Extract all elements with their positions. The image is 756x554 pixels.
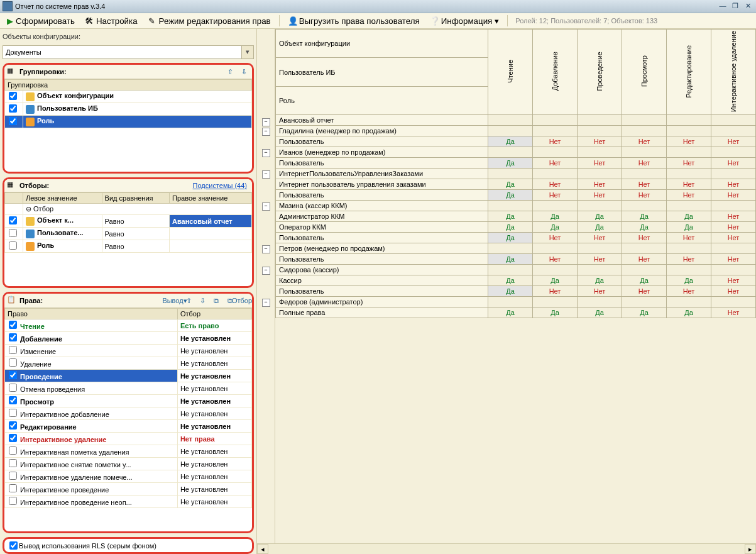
right-row[interactable]: Интерактивное проведениеНе установлен [5,483,252,496]
right-row[interactable]: Интерактивное удаление помече...Не устан… [5,470,252,483]
rls-checkbox[interactable] [9,541,18,550]
rights-up-button[interactable] [183,295,194,306]
right-checkbox[interactable] [9,333,17,341]
filter-checkbox[interactable] [9,241,17,250]
right-row[interactable]: ДобавлениеНе установлен [5,332,252,345]
report-row[interactable]: ИнтернетПользовательУправленияЗаказами [276,169,756,179]
report-row[interactable]: ПользовательДаНетНетНетНетНет [276,158,756,169]
filter-row[interactable]: Объект к...РавноАвансовый отчет [5,215,252,228]
filter-right[interactable] [170,228,252,240]
right-row[interactable]: ЧтениеЕсть право [5,319,252,332]
report-row[interactable]: Сидорова (кассир) [276,265,756,275]
right-row[interactable]: Интерактивное добавлениеНе установлен [5,407,252,420]
right-row[interactable]: ИзменениеНе установлен [5,345,252,357]
right-row[interactable]: ПроведениеНе установлен [5,370,252,382]
report-row[interactable]: Полные праваДаДаДаДаДаНет [276,307,756,318]
copy-button[interactable] [211,295,222,306]
report-row[interactable]: Авансовый отчет [276,115,756,126]
grouping-row[interactable]: Роль [5,116,252,128]
rights-down-button[interactable] [197,295,208,306]
report-row[interactable]: ПользовательДаНетНетНетНетНет [276,233,756,243]
info-dropdown[interactable]: ❔Информация ▾ [425,14,504,27]
outline-toggle[interactable]: − [262,118,270,126]
move-down-button[interactable] [238,66,249,77]
right-checkbox[interactable] [9,409,17,417]
right-checkbox[interactable] [9,459,17,467]
right-checkbox[interactable] [9,484,17,492]
objects-combo-input[interactable] [3,46,241,58]
edit-mode-button[interactable]: ✎Режим редактирования прав [143,14,275,27]
right-checkbox[interactable] [9,321,17,329]
report-row[interactable]: Администратор ККМДаДаДаДаДаНет [276,211,756,222]
report-row[interactable]: КассирДаДаДаДаДаНет [276,275,756,286]
right-row[interactable]: УдалениеНе установлен [5,357,252,370]
filter-checkbox[interactable] [9,216,17,224]
outline-toggle[interactable]: − [262,149,270,157]
subsystems-link[interactable]: Подсистемы (44) [193,182,249,189]
report-row[interactable]: Петров (менеджер по продажам) [276,243,756,254]
report-row[interactable]: ПользовательДаНетНетНетНетНет [276,190,756,201]
settings-button[interactable]: 🛠Настройка [80,14,142,27]
row-label: Федоров (администратор) [276,297,488,307]
right-checkbox[interactable] [9,472,17,480]
scroll-right-button[interactable]: ▸ [745,544,756,554]
right-row[interactable]: Интерактивное снятие пометки у...Не уста… [5,458,252,470]
right-checkbox[interactable] [9,446,17,455]
report-row[interactable]: ПользовательДаНетНетНетНетНет [276,286,756,297]
grouping-checkbox[interactable] [9,104,17,113]
outline-toggle[interactable]: − [262,170,270,179]
report-row[interactable]: Оператор ККМДаДаДаДаДаНет [276,222,756,233]
right-row[interactable]: Отмена проведенияНе установлен [5,382,252,395]
scroll-left-button[interactable]: ◂ [257,544,268,554]
report-row[interactable]: Федоров (администратор) [276,297,756,307]
filter-checkbox[interactable] [9,229,17,237]
report-row[interactable]: Мазина (кассир ККМ) [276,201,756,211]
report-row[interactable]: Иванов (менеджер по продажам) [276,147,756,158]
outline-toggle[interactable]: − [262,267,270,275]
right-checkbox[interactable] [9,421,17,429]
grouping-row[interactable]: Объект конфигурации [5,91,252,103]
right-checkbox[interactable] [9,384,17,392]
right-checkbox[interactable] [9,396,17,404]
right-checkbox[interactable] [9,358,17,367]
filter-right[interactable]: Авансовый отчет [170,215,252,228]
right-row[interactable]: Интерактивная пометка удаленияНе установ… [5,445,252,458]
filter-root[interactable]: ⊖ Отбор [23,204,252,215]
grouping-checkbox[interactable] [9,92,17,100]
right-row[interactable]: РедактированиеНе установлен [5,420,252,433]
grouping-row[interactable]: Пользователь ИБ [5,103,252,116]
grouping-checkbox[interactable] [9,117,17,125]
close-button[interactable]: ✕ [742,2,753,11]
objects-combo[interactable]: ▾ [3,45,254,59]
filter-dropdown[interactable]: Отбор ▾ [238,295,249,306]
right-row[interactable]: ПросмотрНе установлен [5,395,252,407]
rls-checkbox-row[interactable]: Вывод использования RLS (серым фоном) [3,537,254,554]
outline-toggle[interactable]: − [262,245,270,253]
report-row[interactable]: ПользовательДаНетНетНетНетНет [276,254,756,265]
outline-toggle[interactable]: − [262,299,270,307]
export-user-rights-button[interactable]: 👤Выгрузить права пользователя [283,14,424,27]
app-window: Отчет по системе прав v.3.4 — ❐ ✕ ▶Сформ… [0,0,756,554]
report-row[interactable]: ПользовательДаНетНетНетНетНет [276,136,756,147]
form-report-button[interactable]: ▶Сформировать [3,14,79,27]
right-row[interactable]: Интерактивное проведение неоп...Не устан… [5,496,252,508]
output-dropdown[interactable]: Вывод ▾ [169,295,180,306]
right-checkbox[interactable] [9,434,17,442]
minimize-button[interactable]: — [717,2,728,11]
right-checkbox[interactable] [9,371,17,379]
filter-right[interactable] [170,240,252,253]
report-row[interactable]: Гладилина (менеджер по продажам) [276,126,756,136]
right-row[interactable]: Интерактивное удалениеНет права [5,433,252,445]
report-row[interactable]: Интернет пользователь управления заказам… [276,179,756,190]
restore-button[interactable]: ❐ [730,2,741,11]
filter-row[interactable]: Пользовате...Равно [5,228,252,240]
right-checkbox[interactable] [9,497,17,505]
outline-toggle[interactable]: − [262,128,270,136]
report-scroll[interactable]: Объект конфигурацииЧтениеДобавлениеПрове… [275,29,756,543]
outline-toggle[interactable]: − [262,202,270,211]
right-checkbox[interactable] [9,346,17,354]
move-up-button[interactable] [224,66,236,77]
filter-row[interactable]: РольРавно [5,240,252,253]
h-scrollbar[interactable]: ◂ ▸ [257,543,756,554]
chevron-down-icon[interactable]: ▾ [241,46,253,58]
